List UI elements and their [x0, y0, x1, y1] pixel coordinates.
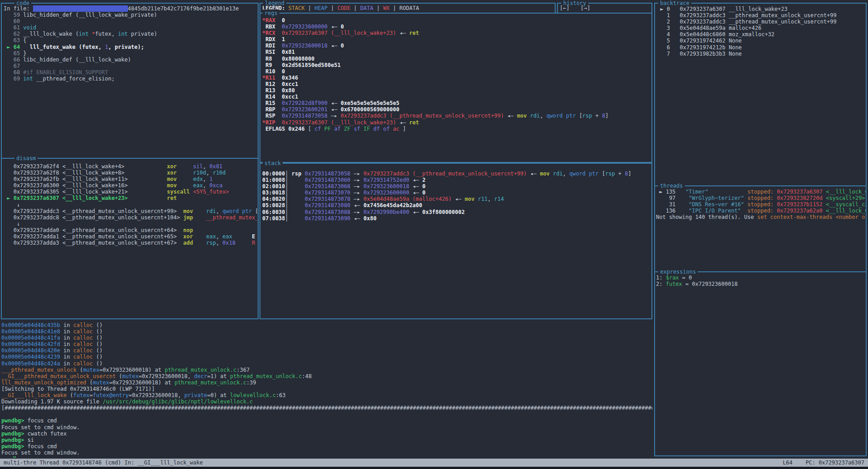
text-line: 1: $rax = 0: [656, 275, 864, 281]
text-line: R15 0x729282d8f900 ◂— 0xe5e5e5e5e5e5e5e5: [262, 100, 651, 106]
stack-panel-title: stack: [263, 160, 283, 167]
source-code-view: In file: 4845db211e7b42c7176f9be21b8301e…: [4, 5, 255, 82]
text-line: R9 0x2d561850ed580e51: [262, 62, 651, 68]
text-line: R14 0xcc1: [262, 94, 651, 100]
text-line: 69 int __pthread_force_elision;: [4, 76, 255, 82]
text-line: 68 #if ENABLE_ELISION_SUPPORT: [4, 69, 255, 76]
text-line: 66 libc_hidden_def (__lll_lock_wake): [4, 57, 255, 63]
text-line: *R11 0x346: [262, 75, 651, 81]
text-line: [Switching to Thread 0x7293148746c0 (LWP…: [1, 386, 652, 392]
text-line: Focus set to cmd window.: [1, 424, 652, 431]
status-bar: multi-thre Thread 0x7293148746 (cmd) In:…: [0, 459, 868, 467]
text-line: 0x00005e04d48c42fd in calloc (): [1, 341, 652, 347]
bottom-strip: [0, 467, 868, 469]
text-line: 61 void: [4, 24, 255, 31]
text-line: pwndbg> focus cmd: [1, 417, 652, 424]
text-line: pwndbg> focus cmd: [1, 443, 652, 450]
expressions-panel: expressions: [654, 271, 867, 456]
text-line: 63 {: [4, 37, 255, 43]
text-line: pwndbg> cwatch futex: [1, 431, 652, 437]
text-line: RBP 0x729323600201 ◂— 0x6700000569000000: [262, 106, 651, 113]
stack-view: 00:0000│ rsp 0x729314873058 —▸ 0x7293237…: [262, 171, 651, 222]
text-line: ► 64 lll_futex_wake (futex, 1, private);: [4, 44, 255, 50]
text-line: Not showing 140 thread(s). Use set conte…: [656, 214, 866, 220]
text-line: 4 0x5e04d48c6860 moz_xmalloc+32: [657, 31, 865, 38]
text-line: 0x00005e04d48c4239 in calloc (): [1, 354, 652, 360]
text-line: R8 0x80008000: [262, 56, 651, 62]
text-line: 2 0x7293237addc3 __pthread_mutex_unlock_…: [657, 19, 865, 25]
text-line: 59 libc_hidden_def (__lll_lock_wake_priv…: [4, 12, 255, 18]
pwndbg-debugger-window: code In file: 4845db211e7b42c7176f9be21b…: [0, 0, 868, 469]
text-line: 67: [4, 63, 255, 69]
disasm-panel-title: disasm: [14, 155, 38, 162]
backtrace-view: ► 0 0x7293237a6307 __lll_lock_wake+23 1 …: [657, 6, 865, 57]
text-line: RDI 0x729323600018 ◂— 0: [262, 43, 651, 49]
text-line: 3 0x5e04d48ae59a malloc+426: [657, 25, 865, 31]
text-line: pwndbg> si: [1, 437, 652, 443]
text-line: EFLAGS 0x246 [ cf PF af ZF sf IF df of a…: [262, 126, 651, 132]
text-line: 00:0000│ rsp 0x729314873058 —▸ 0x7293237…: [262, 171, 651, 177]
text-line: 0x7293237a6305 <__lll_lock_wake+21> sysc…: [4, 189, 257, 195]
text-line: RSP 0x729314873058 —▸ 0x7293237addc3 (__…: [262, 113, 651, 119]
text-line: 0x00005e04d48c424a in calloc (): [1, 360, 652, 367]
history-forward-button[interactable]: [→]: [580, 5, 590, 11]
text-line: 03:0018│ 0x729314873070 —▸ 0x72932360000…: [262, 189, 651, 196]
text-line: Downloading 1.97 K source file /usr/src/…: [1, 398, 652, 405]
history-back-button[interactable]: [←]: [560, 5, 570, 11]
text-line: ► 135 "Timer" stopped: 0x7293237a6307 <_…: [656, 189, 866, 195]
text-line: 136 "IPC I/O Parent" stopped: 0x7293237a…: [656, 208, 866, 214]
text-line: 0x7293237adda1 <__pthread_mutex_unlock_u…: [4, 233, 257, 240]
text-line: 07:0038│ 0x729314873090 ◂— 0x80: [262, 215, 651, 222]
disassembly-view: 0x7293237a62f4 <__lll_lock_wake+4> xor s…: [4, 163, 257, 246]
text-line: 0x7293237addc3 <__pthread_mutex_unlock_u…: [4, 208, 257, 214]
text-line: ___pthread_mutex_unlock (mutex=0x7293236…: [1, 367, 652, 373]
status-bar-right-text: L64 PC: 0x7293237a6307: [783, 460, 864, 466]
text-line: 65 }: [4, 50, 255, 57]
text-line: Focus set to cmd window.: [1, 450, 652, 456]
text-line: RBX 0x729323600000 ◂— 0: [262, 24, 651, 30]
text-line: In file: 4845db211e7b42c7176f9be21b8301e…: [4, 5, 255, 12]
text-line: 04:0020│ 0x729314873078 —▸ 0x5e04d48ae59…: [262, 196, 651, 202]
text-line: 97 "WrGlyph~terizer" stopped: 0x72932382…: [656, 195, 866, 201]
text-line: 0x7293237adda3 <__pthread_mutex_unlock_u…: [4, 240, 257, 246]
legend-view: LEGEND: STACK | HEAP | CODE | DATA | WX …: [262, 5, 554, 11]
threads-view: ► 135 "Timer" stopped: 0x7293237a6307 <_…: [656, 189, 866, 220]
text-line: 0x7293237a62f4 <__lll_lock_wake+4> xor s…: [4, 163, 257, 170]
text-line: *RIP 0x7293237a6307 (__lll_lock_wake+23)…: [262, 119, 651, 126]
registers-view: *RAX 0 RBX 0x729323600000 ◂— 0*RCX 0x729…: [262, 17, 651, 132]
text-line: 0x00005e04d48c41e8 in calloc (): [1, 328, 652, 335]
text-line: 31 "DNS Res~ver #16" stopped: 0x7293237b…: [656, 201, 866, 208]
text-line: pwndbg>: [1, 456, 652, 458]
text-line: __GI___lll_lock_wake (futex=futex@entry=…: [1, 392, 652, 398]
text-line: *RAX 0: [262, 17, 651, 24]
text-line: ↓: [4, 202, 257, 208]
command-terminal[interactable]: 0x00005e04d48c435b in calloc ()0x00005e0…: [1, 322, 652, 458]
text-line: R10 0: [262, 68, 651, 75]
text-line: 0x7293237addc8 <__pthread_mutex_unlock_u…: [4, 214, 257, 221]
text-line: R13 0x80: [262, 87, 651, 94]
text-line: 0x7293237a62fb <__lll_lock_wake+11> mov …: [4, 176, 257, 182]
text-line: 0x00005e04d48c41fa in calloc (): [1, 335, 652, 341]
status-bar-left-text: multi-thre Thread 0x7293148746 (cmd) In:…: [4, 460, 203, 466]
text-line: ► 0x7293237a6307 <__lll_lock_wake+23> re…: [4, 195, 257, 201]
text-line: lll_mutex_unlock_optimized (mutex=0x7293…: [1, 379, 652, 386]
text-line: __GI___pthread_mutex_unlock_usercnt (mut…: [1, 373, 652, 379]
text-line: 05:0028│ 0x729314873080 ◂— 0x7456e45da42…: [262, 202, 651, 208]
text-line: ► 0 0x7293237a6307 __lll_lock_wake+23: [657, 6, 865, 12]
text-line: 0x7293237adda0 <__pthread_mutex_unlock_u…: [4, 227, 257, 233]
text-line: 0x00005e04d48c420e in calloc (): [1, 347, 652, 354]
expressions-view: 1: $rax = 02: futex = 0x729323600018: [656, 275, 864, 287]
text-line: 01:0008│ 0x729314873060 —▸ 0x729314752ed…: [262, 177, 651, 183]
text-line: 06:0030│ 0x729314873088 —▸ 0x7292990be40…: [262, 209, 651, 215]
history-panel: history: [557, 3, 652, 14]
text-line: 5 0x729319742462 None: [657, 38, 865, 44]
text-line: 60: [4, 18, 255, 24]
text-line: 0x00005e04d48c435b in calloc (): [1, 322, 652, 328]
text-line: [#######################################…: [1, 405, 652, 411]
text-line: RSI 0x81: [262, 49, 651, 55]
text-line: 02:0010│ 0x729314873068 —▸ 0x72932360001…: [262, 183, 651, 189]
text-line: 6 0x72931974212b None: [657, 44, 865, 51]
text-line: R12 0xcc1: [262, 81, 651, 87]
text-line: *RCX 0x7293237a6307 (__lll_lock_wake+23)…: [262, 30, 651, 36]
text-line: LEGEND: STACK | HEAP | CODE | DATA | WX …: [262, 5, 554, 11]
